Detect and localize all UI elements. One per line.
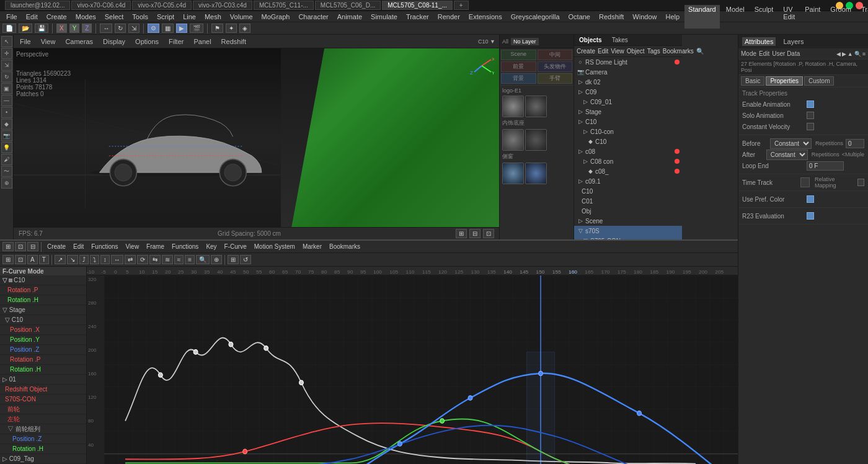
obj-c09[interactable]: ▷ C09 bbox=[574, 87, 682, 97]
obj-c08-sub[interactable]: ◆ c08_ bbox=[574, 166, 682, 176]
tab-c08-active[interactable]: MCL5705_C08-11_... bbox=[382, 1, 453, 10]
tool-paint[interactable]: 🖌 bbox=[1, 154, 12, 165]
vp-icon2[interactable]: ⊟ bbox=[469, 229, 480, 238]
tl-icon2[interactable]: ⊡ bbox=[15, 242, 26, 251]
render-viewport[interactable]: ▶ bbox=[176, 24, 187, 33]
track-rotation-h-1[interactable]: Rotation .H bbox=[0, 295, 86, 305]
attr-edit-btn[interactable]: Edit bbox=[759, 50, 769, 57]
render-final[interactable]: 🎬 bbox=[190, 24, 203, 33]
tl-marker[interactable]: Marker bbox=[299, 243, 325, 251]
menu-animate[interactable]: Animate bbox=[334, 12, 366, 21]
swatch-2[interactable] bbox=[525, 96, 547, 117]
track-rotation-p-1[interactable]: Rotation .P bbox=[0, 285, 86, 295]
tl-view[interactable]: View bbox=[123, 243, 143, 251]
render-settings[interactable]: ⚙ bbox=[148, 24, 159, 33]
obj-c08con[interactable]: ▷ C08 con bbox=[574, 156, 682, 166]
tool-light[interactable]: 💡 bbox=[1, 142, 12, 153]
relative-mapping-checkbox[interactable] bbox=[857, 179, 864, 186]
obj-c10[interactable]: ▷ C10 bbox=[574, 117, 682, 127]
takes-tab[interactable]: Takes bbox=[609, 36, 631, 44]
obj-search-icon[interactable]: 🔍 bbox=[696, 48, 704, 55]
track-zuolun[interactable]: 左轮 bbox=[0, 414, 86, 424]
swatch-5[interactable] bbox=[502, 163, 524, 184]
menu-line[interactable]: Line bbox=[179, 12, 200, 21]
obj-c08[interactable]: ▷ c08 bbox=[574, 146, 682, 156]
menu-tracker[interactable]: Tracker bbox=[402, 12, 433, 21]
menu-groom[interactable]: Groom bbox=[826, 5, 855, 29]
vp-menu-view[interactable]: View bbox=[38, 37, 58, 46]
vp-menu-panel[interactable]: Panel bbox=[191, 37, 213, 46]
tool-snap[interactable]: ⊕ bbox=[1, 177, 12, 189]
menu-file[interactable]: File bbox=[2, 12, 21, 21]
menu-greyscalegorilla[interactable]: Greyscalegorilla bbox=[507, 12, 564, 21]
obj-c09-1[interactable]: ▷ c09.1 bbox=[574, 176, 682, 186]
save-button[interactable]: 💾 bbox=[35, 24, 48, 33]
obj-c09-01[interactable]: ▷ C09_01 bbox=[574, 97, 682, 107]
render-region[interactable]: ▦ bbox=[162, 24, 174, 33]
before-dropdown[interactable]: Constant Linear Cycle bbox=[770, 138, 812, 149]
fc-icon2[interactable]: ⊡ bbox=[15, 255, 26, 264]
fc-icon9[interactable]: ↕ bbox=[100, 255, 110, 264]
tool-move[interactable]: ↔ bbox=[100, 24, 112, 33]
tl-functions[interactable]: Functions bbox=[88, 243, 121, 251]
track-c10-2[interactable]: ▽ C10 bbox=[0, 315, 86, 325]
track-qianlun[interactable]: 前轮 bbox=[0, 404, 86, 414]
obj-c10-sub[interactable]: ◆ C10 bbox=[574, 136, 682, 146]
tl-icon1[interactable]: ⊞ bbox=[2, 242, 14, 251]
track-redshift-obj[interactable]: Redshift Object bbox=[0, 385, 86, 395]
fc-icon14[interactable]: ≋ bbox=[162, 255, 173, 264]
tl-edit[interactable]: Edit bbox=[70, 243, 87, 251]
fc-icon5[interactable]: ↗ bbox=[55, 255, 66, 264]
menu-model[interactable]: Model bbox=[722, 5, 748, 29]
attr-search-btn[interactable]: 🔍 bbox=[854, 51, 861, 57]
fc-icon15[interactable]: ≈ bbox=[174, 255, 184, 264]
fc-icon6[interactable]: ↘ bbox=[67, 255, 78, 264]
pref-color-checkbox[interactable] bbox=[807, 195, 814, 203]
const-vel-checkbox[interactable] bbox=[807, 123, 814, 130]
attr-up-btn[interactable]: ▲ bbox=[848, 51, 853, 57]
tool-move2[interactable]: ✛ bbox=[1, 48, 12, 59]
tool-scale[interactable]: ⇲ bbox=[128, 24, 140, 33]
tl-bookmarks[interactable]: Bookmarks bbox=[326, 243, 363, 251]
icons-5[interactable]: ✦ bbox=[226, 24, 237, 33]
layer-qianjing[interactable]: 前景 bbox=[501, 61, 536, 72]
vp-menu-file[interactable]: File bbox=[17, 37, 33, 46]
fc-icon7[interactable]: ⤴ bbox=[79, 255, 89, 264]
vp-menu-options[interactable]: Options bbox=[133, 37, 161, 46]
attr-tab-layers[interactable]: Layers bbox=[781, 37, 806, 46]
tab-c06d[interactable]: MCL5705_C06_D... bbox=[315, 1, 381, 10]
swatch-3[interactable] bbox=[502, 129, 524, 151]
obj-create[interactable]: Create bbox=[577, 48, 595, 55]
coord-z[interactable]: Z bbox=[82, 24, 92, 33]
attr-user-data-btn[interactable]: User Data bbox=[772, 50, 800, 57]
menu-redshift[interactable]: Redshift bbox=[595, 12, 627, 21]
tab-c03[interactable]: vivo-x70-C03.c4d bbox=[193, 1, 252, 10]
obj-tags[interactable]: Tags bbox=[647, 48, 660, 55]
fc-icon13[interactable]: ⇆ bbox=[149, 255, 161, 264]
tool-edge[interactable]: — bbox=[1, 95, 12, 106]
repetitions-before-input[interactable] bbox=[846, 139, 864, 148]
menu-modes[interactable]: Modes bbox=[72, 12, 100, 21]
menu-mesh[interactable]: Mesh bbox=[201, 12, 225, 21]
menu-volume[interactable]: Volume bbox=[226, 12, 257, 21]
track-pos-z-2[interactable]: Position .Z bbox=[0, 434, 86, 444]
tool-spline[interactable]: 〜 bbox=[1, 166, 12, 177]
solo-anim-checkbox[interactable] bbox=[807, 112, 814, 119]
layer-beijing[interactable]: 背景 bbox=[501, 73, 536, 84]
attr-properties-tab[interactable]: Properties bbox=[766, 76, 803, 86]
menu-create[interactable]: Create bbox=[43, 12, 71, 21]
layer-scene[interactable]: Scene bbox=[501, 50, 536, 60]
tl-functions2[interactable]: Functions bbox=[169, 243, 202, 251]
tl-create[interactable]: Create bbox=[44, 243, 69, 251]
tl-icon3[interactable]: ⊟ bbox=[27, 242, 38, 251]
menu-simulate[interactable]: Simulate bbox=[367, 12, 401, 21]
obj-c10con[interactable]: ▷ C10-con bbox=[574, 127, 682, 136]
fc-icon4[interactable]: T bbox=[39, 255, 49, 264]
fc-icon1[interactable]: ⊞ bbox=[2, 255, 14, 264]
fc-icon17[interactable]: 🔍 bbox=[196, 255, 210, 264]
menu-sculpt[interactable]: Sculpt bbox=[751, 5, 777, 29]
fc-icon8[interactable]: ⤵ bbox=[90, 255, 99, 264]
track-s70s-con[interactable]: S70S-CON bbox=[0, 395, 86, 404]
obj-rs-dome-light[interactable]: ○ RS Dome Light bbox=[574, 57, 682, 67]
tool-rotate2[interactable]: ↻ bbox=[1, 71, 12, 83]
